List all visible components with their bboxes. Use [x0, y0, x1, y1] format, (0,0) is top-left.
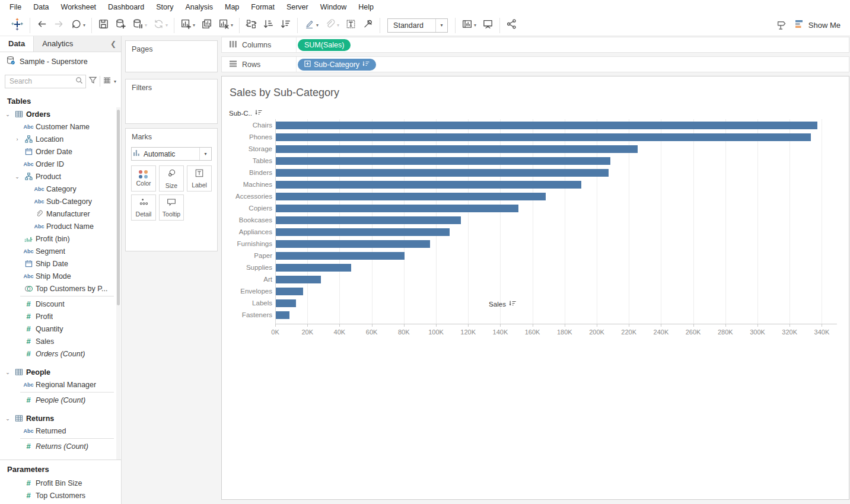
- refresh-caret-icon[interactable]: ▾: [165, 23, 168, 28]
- pill-sum-sales[interactable]: SUM(Sales): [298, 39, 351, 51]
- chevron-down-icon[interactable]: ⌄: [4, 416, 12, 422]
- field-regional-manager[interactable]: AbcRegional Manager: [0, 378, 121, 391]
- redo-button[interactable]: [51, 17, 67, 34]
- group-button[interactable]: ▾: [322, 17, 342, 34]
- menu-window[interactable]: Window: [314, 0, 352, 15]
- sort-ascending-button[interactable]: [260, 17, 276, 34]
- fix-axes-button[interactable]: [360, 17, 376, 34]
- pill-sub-category[interactable]: Sub-Category: [298, 59, 376, 71]
- field-ship-date[interactable]: Ship Date: [0, 257, 121, 270]
- menu-analysis[interactable]: Analysis: [179, 0, 219, 15]
- clear-sheet-button[interactable]: ▾: [216, 17, 235, 34]
- menu-story[interactable]: Story: [150, 0, 179, 15]
- collapse-pane-icon[interactable]: ❮: [106, 36, 121, 52]
- menu-help[interactable]: Help: [352, 0, 380, 15]
- field-product[interactable]: ⌄Product: [0, 170, 121, 183]
- menu-file[interactable]: File: [4, 0, 27, 15]
- parameter-profit-bin-size[interactable]: #Profit Bin Size: [0, 477, 121, 489]
- bar-furnishings[interactable]: [276, 240, 430, 248]
- field-discount[interactable]: #Discount: [0, 298, 121, 310]
- field-order-id[interactable]: AbcOrder ID: [0, 158, 121, 170]
- replay-button[interactable]: ▾: [68, 17, 88, 34]
- menu-server[interactable]: Server: [281, 0, 314, 15]
- clear-sheet-caret-icon[interactable]: ▾: [231, 23, 233, 28]
- bar-binders[interactable]: [276, 169, 609, 177]
- field-location[interactable]: ›Location: [0, 133, 121, 145]
- view-as-caret-icon[interactable]: ▾: [114, 79, 116, 84]
- field-top-customers-by-p[interactable]: Top Customers by P...: [0, 282, 121, 295]
- bar-appliances[interactable]: [276, 228, 450, 236]
- field-manufacturer[interactable]: Manufacturer: [0, 208, 121, 220]
- rows-shelf[interactable]: Rows Sub-Category: [221, 56, 849, 72]
- chevron-down-icon[interactable]: ⌄: [4, 111, 12, 117]
- tab-data[interactable]: Data: [0, 36, 34, 52]
- menu-data[interactable]: Data: [27, 0, 55, 15]
- share-button[interactable]: [504, 17, 520, 34]
- sort-descending-indicator-icon[interactable]: [255, 110, 262, 117]
- field-orders-count[interactable]: #Orders (Count): [0, 347, 121, 360]
- table-orders[interactable]: ⌄Orders: [0, 108, 121, 120]
- columns-shelf[interactable]: Columns SUM(Sales): [221, 37, 849, 53]
- search-input[interactable]: [9, 77, 75, 85]
- field-quantity[interactable]: #Quantity: [0, 323, 121, 335]
- tooltip-button[interactable]: Tooltip: [159, 194, 184, 221]
- swap-rows-columns-button[interactable]: [243, 17, 259, 34]
- table-people[interactable]: ⌄People: [0, 366, 121, 378]
- field-profit-bin[interactable]: Profit (bin): [0, 232, 121, 245]
- refresh-button[interactable]: ▾: [151, 17, 170, 34]
- pause-updates-caret-icon[interactable]: ▾: [145, 23, 147, 28]
- replay-caret-icon[interactable]: ▾: [83, 23, 85, 28]
- bar-supplies[interactable]: [276, 264, 351, 272]
- datasource-row[interactable]: Sample - Superstore: [0, 54, 121, 69]
- filter-fields-icon[interactable]: [88, 76, 97, 87]
- group-caret-icon[interactable]: ▾: [337, 23, 339, 28]
- color-button[interactable]: Color: [131, 165, 156, 192]
- bar-accessories[interactable]: [276, 193, 546, 200]
- view-as-icon[interactable]: [103, 76, 112, 87]
- table-returns[interactable]: ⌄Returns: [0, 412, 121, 425]
- new-worksheet-button[interactable]: ▾: [178, 17, 198, 34]
- field-profit[interactable]: #Profit: [0, 310, 121, 323]
- bar-fasteners[interactable]: [276, 311, 289, 319]
- duplicate-button[interactable]: [199, 17, 215, 34]
- data-pane-scrollbar[interactable]: [116, 107, 120, 499]
- tab-analytics[interactable]: Analytics: [34, 36, 81, 52]
- field-ship-mode[interactable]: AbcShip Mode: [0, 270, 121, 282]
- bar-chairs[interactable]: [276, 122, 817, 129]
- field-order-date[interactable]: Order Date: [0, 145, 121, 158]
- undo-button[interactable]: [34, 17, 50, 34]
- add-data-button[interactable]: [113, 17, 129, 34]
- save-button[interactable]: [95, 17, 112, 34]
- view-mode-select[interactable]: Standard▾: [387, 18, 448, 33]
- chevron-down-icon[interactable]: ⌄: [4, 369, 12, 375]
- size-button[interactable]: Size: [159, 165, 184, 192]
- x-axis-title[interactable]: Sales: [489, 301, 516, 308]
- field-sub-category[interactable]: AbcSub-Category: [0, 195, 121, 208]
- bar-copiers[interactable]: [276, 205, 518, 212]
- field-returns-count[interactable]: #Returns (Count): [0, 440, 121, 452]
- pill-sorted-icon[interactable]: [362, 60, 370, 69]
- chevron-down-icon[interactable]: ⌄: [13, 174, 21, 180]
- bar-tables[interactable]: [276, 157, 610, 165]
- parameter-top-customers[interactable]: #Top Customers: [0, 489, 121, 502]
- row-field-header[interactable]: Sub-C..: [229, 110, 262, 117]
- menu-map[interactable]: Map: [219, 0, 245, 15]
- bar-storage[interactable]: [276, 145, 638, 153]
- bar-envelopes[interactable]: [276, 288, 303, 295]
- field-product-name[interactable]: AbcProduct Name: [0, 220, 121, 232]
- filters-shelf[interactable]: Filters: [125, 79, 218, 124]
- expand-hierarchy-icon[interactable]: [304, 60, 311, 69]
- field-people-count[interactable]: #People (Count): [0, 394, 121, 406]
- detail-button[interactable]: Detail: [131, 194, 156, 221]
- worksheet-tooltip-icon[interactable]: [773, 17, 790, 33]
- show-me-button[interactable]: Show Me: [790, 18, 845, 33]
- bar-paper[interactable]: [276, 252, 405, 260]
- bar-phones[interactable]: [276, 133, 811, 141]
- show-cards-button[interactable]: ▾: [459, 17, 479, 34]
- field-category[interactable]: AbcCategory: [0, 183, 121, 195]
- field-customer-name[interactable]: AbcCustomer Name: [0, 120, 121, 133]
- menu-worksheet[interactable]: Worksheet: [55, 0, 103, 15]
- mark-type-dropdown[interactable]: Automatic ▾: [131, 147, 212, 161]
- bar-machines[interactable]: [276, 181, 581, 189]
- presentation-button[interactable]: [480, 17, 496, 34]
